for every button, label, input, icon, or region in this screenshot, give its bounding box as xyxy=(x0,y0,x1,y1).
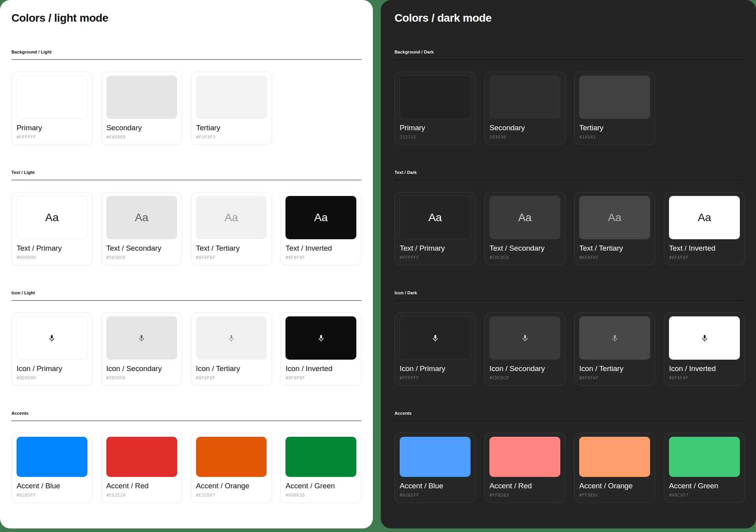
color-swatch: Aa xyxy=(196,196,267,239)
card-accent-red: Accent / Red #E02E2A xyxy=(101,433,182,503)
color-swatch xyxy=(106,76,177,119)
card-row: Aa Text / Primary #FFFFFF Aa Text / Seco… xyxy=(395,192,745,265)
card-hex: #8F8F8F xyxy=(285,375,356,381)
section-label: Accents xyxy=(395,411,745,416)
card-hex: #40C977 xyxy=(669,493,740,498)
card-hex: #0285FF xyxy=(17,493,87,498)
card-hex: #008635 xyxy=(285,493,356,498)
card-text-primary: Aa Text / Primary #0D0D0D xyxy=(11,192,93,265)
section-divider xyxy=(11,180,361,180)
card-accent-blue: Accent / Blue #0285FF xyxy=(395,433,476,503)
card-hex: #AFAFAF xyxy=(669,255,740,260)
card-hex: #8F8F8F xyxy=(196,255,267,260)
card-icon-primary: Icon / Primary #FFFFFF xyxy=(395,312,476,386)
section-accents-dark: Accents Accent / Blue #0285FF Accent / R… xyxy=(395,411,745,503)
card-label: Text / Primary xyxy=(400,244,471,253)
card-hex: #E8E8E8 xyxy=(106,135,177,140)
card-text-secondary: Aa Text / Secondary #5D5D5D xyxy=(101,192,182,265)
card-label: Accent / Blue xyxy=(400,482,471,490)
color-swatch: Aa xyxy=(17,196,87,239)
card-hex: #FFFFFF xyxy=(17,135,87,140)
card-hex: #E02E2A xyxy=(106,493,177,498)
card-label: Tertiary xyxy=(579,124,650,132)
text-sample: Aa xyxy=(224,211,238,224)
card-hex: #E25507 xyxy=(196,493,267,498)
card-hex: #0D0D0D xyxy=(17,255,87,260)
card-row: Primary 212121 Secondary 303030 Tertiary… xyxy=(395,72,745,145)
mic-icon xyxy=(137,334,146,342)
section-background-dark: Background / Dark Primary 212121 Seconda… xyxy=(395,50,745,145)
color-swatch xyxy=(196,316,267,360)
card-accent-green: Accent / Green #40C977 xyxy=(664,433,745,503)
card-text-tertiary: Aa Text / Tertiary #AFAFAF xyxy=(574,192,655,265)
text-sample: Aa xyxy=(135,211,148,224)
mic-icon xyxy=(611,334,619,342)
dark-mode-panel: Colors / dark mode Background / Dark Pri… xyxy=(381,0,756,528)
card-label: Text / Primary xyxy=(17,244,87,253)
card-label: Tertiary xyxy=(196,124,267,132)
color-swatch xyxy=(400,316,471,360)
card-label: Icon / Primary xyxy=(400,364,471,373)
text-sample: Aa xyxy=(428,211,442,224)
card-hex: #AFAFAF xyxy=(579,255,650,260)
section-icon-dark: Icon / Dark Icon / Primary #FFFFFF Icon … xyxy=(395,290,745,386)
section-text-light: Text / Light Aa Text / Primary #0D0D0D A… xyxy=(11,170,361,265)
card-row: Icon / Primary #0D0D0D Icon / Secondary … xyxy=(11,312,361,386)
dark-panel-title: Colors / dark mode xyxy=(395,12,745,24)
card-icon-tertiary: Icon / Tertiary #8F8F8F xyxy=(191,312,272,386)
color-swatch xyxy=(669,316,740,360)
text-sample: Aa xyxy=(608,211,621,224)
card-hex: #CDCDCD xyxy=(489,375,560,381)
card-hex: 212121 xyxy=(400,135,471,140)
color-swatch xyxy=(17,437,87,477)
mic-icon xyxy=(48,334,56,342)
color-swatch: Aa xyxy=(106,196,177,239)
card-bg-primary: Primary #FFFFFF xyxy=(11,72,93,145)
card-hex: #5D5D5D xyxy=(106,255,177,260)
color-spec-page: Colors / light mode Background / Light P… xyxy=(0,0,756,532)
card-label: Icon / Secondary xyxy=(489,364,560,373)
section-label: Background / Light xyxy=(11,50,361,54)
card-row: Aa Text / Primary #0D0D0D Aa Text / Seco… xyxy=(11,192,361,265)
section-accents-light: Accents Accent / Blue #0285FF Accent / R… xyxy=(11,411,361,503)
card-icon-secondary: Icon / Secondary #5D5D5D xyxy=(101,312,182,386)
card-label: Secondary xyxy=(489,124,560,132)
card-label: Text / Inverted xyxy=(669,244,740,253)
section-label: Accents xyxy=(11,411,361,416)
mic-icon xyxy=(431,334,439,342)
card-row: Primary #FFFFFF Secondary #E8E8E8 Tertia… xyxy=(11,72,361,145)
card-icon-primary: Icon / Primary #0D0D0D xyxy=(11,312,93,386)
card-label: Icon / Primary xyxy=(17,364,87,373)
card-label: Accent / Red xyxy=(489,482,560,490)
card-hex: #FF9E6C xyxy=(579,493,650,498)
card-bg-secondary: Secondary 303030 xyxy=(484,72,565,145)
card-text-tertiary: Aa Text / Tertiary #8F8F8F xyxy=(191,192,272,265)
card-label: Icon / Inverted xyxy=(285,364,356,373)
color-swatch: Aa xyxy=(400,196,471,239)
card-accent-orange: Accent / Orange #E25507 xyxy=(191,433,272,503)
card-row: Accent / Blue #0285FF Accent / Red #E02E… xyxy=(11,433,361,503)
color-swatch xyxy=(579,437,650,477)
card-label: Secondary xyxy=(106,124,177,132)
card-label: Accent / Green xyxy=(285,482,356,490)
section-divider xyxy=(395,180,745,180)
section-divider xyxy=(395,421,745,421)
color-swatch xyxy=(17,76,87,119)
text-sample: Aa xyxy=(698,211,711,224)
card-hex: #F3F3F3 xyxy=(196,135,267,140)
card-label: Accent / Orange xyxy=(579,482,650,490)
card-row: Accent / Blue #0285FF Accent / Red #FF85… xyxy=(395,433,745,503)
card-text-secondary: Aa Text / Secondary #CDCDCD xyxy=(484,192,565,265)
color-swatch xyxy=(196,437,267,477)
card-label: Text / Inverted xyxy=(285,244,356,253)
section-label: Background / Dark xyxy=(395,50,745,54)
card-bg-tertiary: Tertiary 414141 xyxy=(574,72,655,145)
card-hex: #FFFFFF xyxy=(400,255,471,260)
card-accent-blue: Accent / Blue #0285FF xyxy=(11,433,93,503)
card-label: Primary xyxy=(400,124,471,132)
card-hex: #5D5D5D xyxy=(106,375,177,381)
color-swatch xyxy=(489,437,560,477)
section-label: Text / Dark xyxy=(395,170,745,175)
card-label: Icon / Inverted xyxy=(669,364,740,373)
color-swatch xyxy=(400,76,471,119)
